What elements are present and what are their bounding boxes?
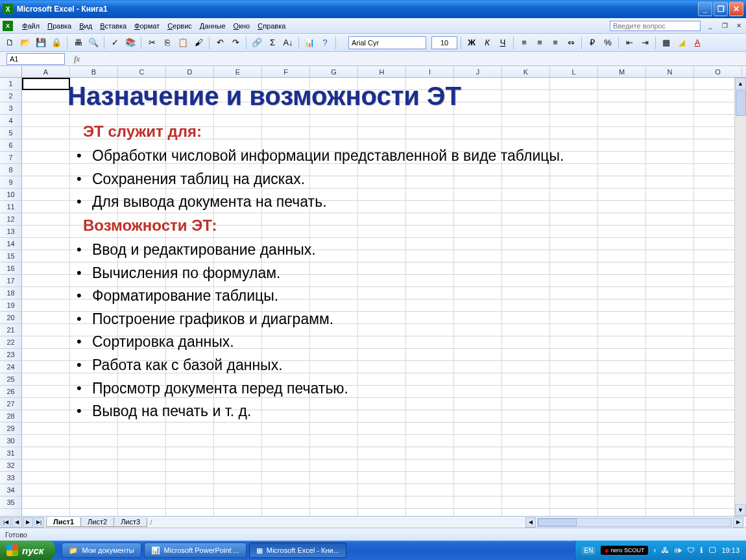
row-header[interactable]: 26: [0, 386, 21, 398]
print-button[interactable]: 🖶: [71, 36, 85, 50]
doc-restore-button[interactable]: ❐: [720, 21, 729, 30]
window-minimize-button[interactable]: _: [698, 2, 712, 16]
currency-button[interactable]: ₽: [585, 36, 599, 50]
menu-item[interactable]: Формат: [130, 21, 163, 31]
scroll-up-icon[interactable]: ▲: [735, 78, 746, 89]
tab-nav-next[interactable]: ▶: [23, 517, 33, 528]
row-header[interactable]: 11: [0, 201, 21, 213]
menu-item[interactable]: Справка: [254, 21, 289, 31]
taskbar-item[interactable]: 📊Microsoft PowerPoint ...: [144, 542, 247, 558]
autosum-button[interactable]: Σ: [265, 36, 280, 50]
column-header[interactable]: M: [598, 66, 646, 77]
decrease-indent-button[interactable]: ⇤: [622, 36, 636, 50]
sheet-tab[interactable]: Лист2: [80, 517, 114, 527]
row-header[interactable]: 21: [0, 324, 21, 336]
doc-minimize-button[interactable]: _: [706, 21, 715, 30]
nero-scout-button[interactable]: ◉ nero SCOUT: [601, 546, 648, 555]
italic-button[interactable]: К: [480, 36, 494, 50]
start-button[interactable]: пуск: [0, 541, 55, 560]
hscroll-right[interactable]: ▶: [733, 517, 743, 528]
scroll-down-icon[interactable]: ▼: [735, 504, 746, 516]
window-close-button[interactable]: ✕: [729, 2, 743, 16]
name-box[interactable]: A1: [6, 53, 65, 65]
column-header[interactable]: B: [70, 66, 118, 77]
help-button[interactable]: ?: [318, 36, 332, 50]
formula-input[interactable]: [85, 53, 746, 65]
row-header[interactable]: 12: [0, 213, 21, 226]
row-header[interactable]: 2: [0, 90, 21, 102]
horizontal-scrollbar[interactable]: [537, 518, 732, 527]
row-header[interactable]: 6: [0, 139, 21, 152]
row-header[interactable]: 7: [0, 152, 21, 164]
row-header[interactable]: 23: [0, 349, 21, 361]
redo-button[interactable]: ↷: [228, 36, 243, 50]
column-header[interactable]: N: [646, 66, 694, 77]
permission-button[interactable]: 🔒: [49, 36, 64, 50]
column-header[interactable]: G: [310, 66, 358, 77]
tray-arrow-icon[interactable]: ‹: [653, 546, 656, 555]
row-header[interactable]: 18: [0, 287, 21, 299]
row-header[interactable]: 10: [0, 189, 21, 201]
menu-item[interactable]: Файл: [18, 21, 43, 31]
paste-button[interactable]: 📋: [176, 36, 190, 50]
sheet-tab[interactable]: Лист1: [46, 517, 81, 527]
taskbar-item[interactable]: 📁Мои документы: [62, 542, 141, 558]
font-size-combo[interactable]: 10: [431, 36, 457, 49]
column-header[interactable]: D: [166, 66, 214, 77]
row-header[interactable]: 22: [0, 336, 21, 349]
fill-color-button[interactable]: ◢: [675, 36, 689, 50]
new-file-button[interactable]: 🗋: [3, 36, 17, 50]
column-header[interactable]: J: [454, 66, 502, 77]
window-maximize-button[interactable]: ❐: [714, 2, 728, 16]
doc-close-button[interactable]: ✕: [734, 21, 743, 30]
menu-item[interactable]: Окно: [230, 21, 254, 31]
sort-asc-button[interactable]: A↓: [281, 36, 295, 50]
row-header[interactable]: 35: [0, 496, 21, 509]
language-indicator[interactable]: EN: [582, 546, 596, 555]
menu-item[interactable]: Вид: [75, 21, 96, 31]
open-file-button[interactable]: 📂: [18, 36, 32, 50]
tray-monitor-icon[interactable]: 🖵: [708, 546, 716, 555]
font-color-button[interactable]: A: [690, 36, 704, 50]
column-header[interactable]: L: [550, 66, 598, 77]
row-header[interactable]: 33: [0, 472, 21, 484]
row-header[interactable]: 5: [0, 127, 21, 139]
cut-button[interactable]: ✂: [145, 36, 159, 50]
undo-button[interactable]: ↶: [213, 36, 227, 50]
tab-nav-first[interactable]: |◀: [1, 517, 11, 528]
row-header[interactable]: 28: [0, 410, 21, 423]
print-preview-button[interactable]: 🔍: [86, 36, 101, 50]
column-header[interactable]: C: [118, 66, 166, 77]
row-header[interactable]: 31: [0, 447, 21, 460]
row-header[interactable]: 25: [0, 373, 21, 386]
align-right-button[interactable]: ≡: [548, 36, 562, 50]
row-header[interactable]: 32: [0, 460, 21, 472]
row-header[interactable]: 19: [0, 299, 21, 312]
align-center-button[interactable]: ≡: [533, 36, 547, 50]
row-header[interactable]: 8: [0, 164, 21, 176]
row-header[interactable]: 14: [0, 238, 21, 250]
tray-network-icon[interactable]: 🖧: [661, 546, 669, 555]
select-all-corner[interactable]: [0, 66, 22, 77]
row-header[interactable]: 9: [0, 176, 21, 189]
column-header[interactable]: E: [214, 66, 262, 77]
hscroll-thumb[interactable]: [538, 519, 577, 526]
cell-grid[interactable]: Назначение и возможности ЭТ ЭТ служит дл…: [22, 78, 734, 516]
row-header[interactable]: 13: [0, 226, 21, 238]
tab-nav-prev[interactable]: ◀: [12, 517, 22, 528]
row-header[interactable]: 34: [0, 484, 21, 496]
row-header[interactable]: 30: [0, 435, 21, 447]
menu-item[interactable]: Правка: [43, 21, 75, 31]
column-header[interactable]: F: [262, 66, 310, 77]
column-header[interactable]: O: [694, 66, 742, 77]
save-button[interactable]: 💾: [34, 36, 48, 50]
align-left-button[interactable]: ≡: [517, 36, 531, 50]
row-header[interactable]: 27: [0, 398, 21, 410]
percent-button[interactable]: %: [601, 36, 615, 50]
bold-button[interactable]: Ж: [464, 36, 479, 50]
chart-wizard-button[interactable]: 📊: [302, 36, 317, 50]
row-header[interactable]: 20: [0, 312, 21, 324]
row-header[interactable]: 24: [0, 361, 21, 373]
row-header[interactable]: 16: [0, 262, 21, 275]
research-button[interactable]: 📚: [123, 36, 138, 50]
